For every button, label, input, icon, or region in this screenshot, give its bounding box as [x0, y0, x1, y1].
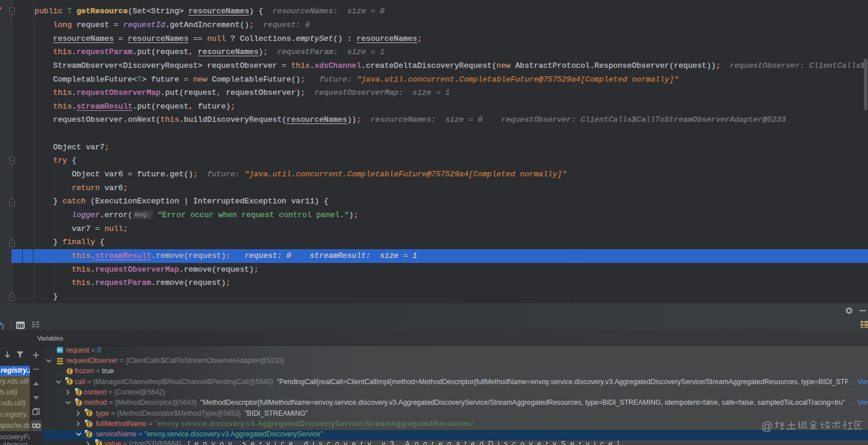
svg-text:@: @	[761, 420, 773, 432]
svg-text:I: I	[1, 323, 5, 330]
